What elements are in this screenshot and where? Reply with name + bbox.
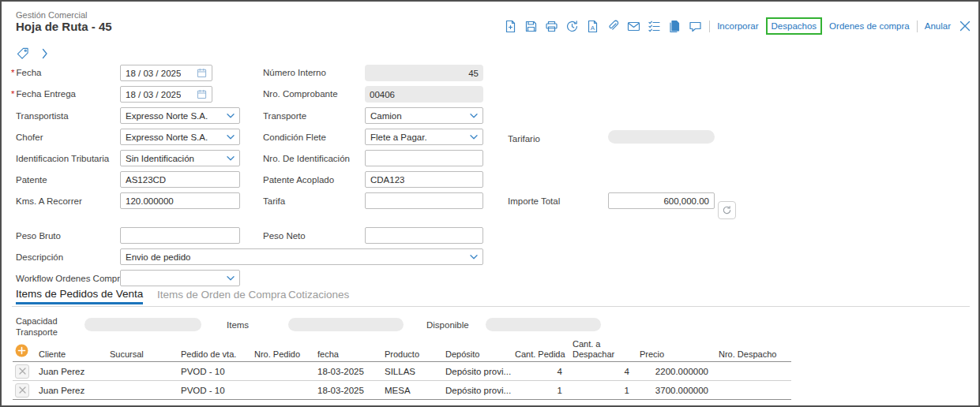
- required-asterisk: *: [11, 68, 14, 77]
- tarifario-field: [608, 130, 715, 144]
- nro-de-identificacion-input[interactable]: [365, 150, 483, 166]
- column-header-nro-despacho: Nro. Despacho: [716, 349, 791, 360]
- preview-document-icon[interactable]: A: [586, 20, 599, 33]
- close-icon[interactable]: [958, 20, 971, 33]
- history-icon[interactable]: [565, 20, 579, 33]
- svg-text:A: A: [591, 24, 595, 32]
- cell-fecha: 18-03-2025: [315, 386, 382, 395]
- cell-producto: MESA: [382, 386, 443, 395]
- comment-icon[interactable]: [689, 20, 702, 33]
- numero-interno-value: 45: [468, 69, 479, 78]
- secondary-toolbar: [16, 47, 51, 60]
- transporte-label: Transporte: [263, 111, 306, 121]
- column-header-cant-pedida: Cant. Pedida: [513, 349, 570, 360]
- chevron-down-icon[interactable]: [227, 135, 235, 140]
- fecha-input[interactable]: 18 / 03 / 2025: [120, 65, 212, 81]
- refresh-button[interactable]: [718, 201, 736, 219]
- condicion-flete-value: Flete a Pagar.: [370, 133, 427, 142]
- add-row-button[interactable]: [15, 344, 28, 357]
- column-header-pedido-de-vta: Pedido de vta.: [178, 349, 252, 360]
- column-header-nro-pedido: Nro. Pedido: [252, 349, 315, 360]
- patente-acoplado-input[interactable]: CDA123: [365, 171, 483, 188]
- disponible-label: Disponible: [426, 320, 469, 330]
- kms-a-recorrer-label: Kms. A Recorrer: [16, 196, 82, 206]
- kms-a-recorrer-input[interactable]: 120.000000: [120, 192, 240, 209]
- new-document-icon[interactable]: [504, 20, 517, 33]
- anular-button[interactable]: Anular: [925, 21, 951, 31]
- cell-deposito: Depósito provi...: [443, 386, 513, 395]
- attachment-icon[interactable]: [606, 20, 620, 33]
- cell-producto: SILLAS: [382, 367, 443, 376]
- identificacion-tributaria-select[interactable]: Sin Identificación: [120, 150, 240, 166]
- ordenes-de-compra-button[interactable]: Ordenes de compra: [829, 21, 910, 31]
- chofer-select[interactable]: Expresso Norte S.A.: [120, 129, 240, 145]
- fecha-entrega-input[interactable]: 18 / 03 / 2025: [120, 86, 212, 103]
- nro-comprobante-label: Nro. Comprobante: [263, 89, 338, 99]
- calendar-icon[interactable]: [197, 89, 207, 99]
- transporte-select[interactable]: Camion: [365, 107, 483, 124]
- descripcion-label: Descripción: [16, 252, 63, 262]
- items-field: [288, 318, 404, 331]
- column-header-cant-a-despachar: Cant. a Despachar: [570, 339, 637, 359]
- chevron-down-icon[interactable]: [227, 156, 235, 161]
- label-text: Fecha Entrega: [16, 89, 75, 99]
- identificacion-tributaria-value: Sin Identificación: [126, 154, 194, 163]
- tag-icon[interactable]: [16, 47, 29, 60]
- chevron-down-icon[interactable]: [470, 135, 478, 140]
- chevron-down-icon[interactable]: [470, 255, 478, 260]
- nro-de-identificacion-label: Nro. De Identificación: [263, 154, 350, 163]
- expand-icon[interactable]: [38, 47, 51, 60]
- tab-items-orden-compra[interactable]: Items de Orden de Compra: [157, 289, 287, 301]
- numero-interno-field: 45: [365, 65, 483, 81]
- importe-total-value: 600,000.00: [663, 196, 709, 206]
- nro-comprobante-field: 00406: [365, 86, 483, 103]
- chevron-down-icon[interactable]: [470, 114, 478, 118]
- condicion-flete-select[interactable]: Flete a Pagar.: [365, 129, 483, 145]
- peso-neto-input[interactable]: [365, 227, 483, 244]
- peso-bruto-input[interactable]: [120, 227, 240, 244]
- tab-items-pedidos-venta[interactable]: Items de Pedidos de Venta: [16, 288, 143, 304]
- required-asterisk: *: [11, 89, 14, 99]
- patente-input[interactable]: AS123CD: [120, 171, 240, 188]
- capacidad-transporte-field: [84, 318, 201, 331]
- copy-document-icon[interactable]: [668, 20, 681, 33]
- importe-total-label: Importe Total: [508, 196, 560, 206]
- tarifa-input[interactable]: [365, 192, 483, 209]
- peso-neto-label: Peso Neto: [263, 231, 306, 241]
- email-icon[interactable]: [627, 20, 640, 33]
- column-header-sucursal: Sucursal: [107, 349, 178, 360]
- table-row[interactable]: Juan Perez PVOD - 10 18-03-2025 SILLAS D…: [13, 362, 791, 381]
- save-icon[interactable]: [524, 20, 538, 33]
- remove-row-button[interactable]: [15, 383, 29, 398]
- capacidad-transporte-label: Capacidad Transporte: [16, 316, 65, 338]
- cell-cliente: Juan Perez: [36, 367, 107, 376]
- column-header-producto: Producto: [382, 349, 443, 360]
- descripcion-value: Envio de pedido: [126, 252, 190, 262]
- checklist-icon[interactable]: [648, 20, 661, 33]
- despachos-button[interactable]: Despachos: [772, 21, 817, 31]
- items-label: Items: [227, 320, 249, 330]
- disponible-field: [486, 318, 601, 331]
- workflow-ordenes-compra-label: Workflow Ordenes Compra: [16, 274, 125, 283]
- app-breadcrumb: Gestión Comercial: [16, 10, 87, 20]
- cell-cliente: Juan Perez: [36, 386, 107, 395]
- identificacion-tributaria-label: Identificacion Tributaria: [16, 154, 109, 163]
- incorporar-button[interactable]: Incorporar: [717, 21, 758, 31]
- calendar-icon[interactable]: [197, 68, 207, 78]
- tarifa-label: Tarifa: [263, 196, 285, 206]
- cell-pedido-de-vta: PVOD - 10: [178, 386, 252, 395]
- column-header-deposito: Depósito: [443, 349, 513, 360]
- numero-interno-label: Número Interno: [263, 68, 326, 77]
- chevron-down-icon[interactable]: [227, 114, 235, 118]
- tab-cotizaciones[interactable]: Cotizaciones: [288, 289, 349, 301]
- remove-row-button[interactable]: [15, 364, 29, 379]
- tabs-divider: [12, 306, 970, 307]
- transportista-select[interactable]: Expresso Norte S.A.: [120, 107, 240, 124]
- importe-total-input[interactable]: 600,000.00: [608, 192, 715, 209]
- table-row[interactable]: Juan Perez PVOD - 10 18-03-2025 MESA Dep…: [13, 381, 791, 400]
- toolbar: A Incorporar Despachos Ordenes de compra…: [504, 17, 971, 35]
- descripcion-select[interactable]: Envio de pedido: [120, 248, 483, 265]
- chevron-down-icon[interactable]: [227, 276, 235, 281]
- workflow-ordenes-compra-select[interactable]: [120, 270, 240, 286]
- print-icon[interactable]: [545, 20, 558, 33]
